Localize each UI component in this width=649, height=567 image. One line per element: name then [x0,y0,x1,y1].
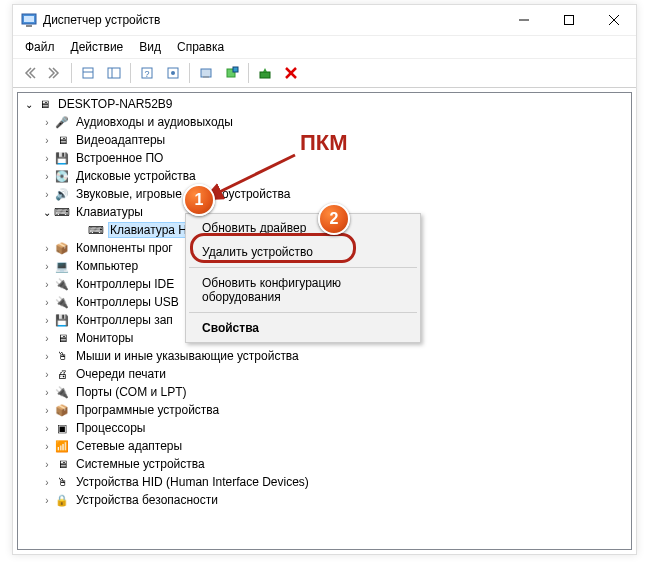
toolbar: ? [13,59,636,88]
device-category[interactable]: ›💽Дисковые устройства [18,167,631,185]
expand-icon[interactable]: › [40,459,54,470]
svg-rect-4 [564,16,573,25]
device-category[interactable]: ›🖨Очереди печати [18,365,631,383]
expand-icon[interactable]: ⌄ [22,99,36,110]
category-icon: ⌨ [54,204,70,220]
tree-root[interactable]: ⌄🖥DESKTOP-NAR52B9 [18,95,631,113]
toolbar-scan-icon[interactable] [220,61,244,85]
toolbar-btn-1[interactable] [76,61,100,85]
computer-icon: 🖥 [36,96,52,112]
category-icon: 💽 [54,168,70,184]
expand-icon[interactable]: › [40,171,54,182]
expand-icon[interactable]: › [40,423,54,434]
close-button[interactable] [591,5,636,35]
toolbar-btn-4[interactable] [161,61,185,85]
expand-icon[interactable]: › [40,405,54,416]
expand-icon[interactable]: › [40,279,54,290]
minimize-button[interactable] [501,5,546,35]
expand-icon[interactable]: › [40,495,54,506]
back-button[interactable] [17,61,41,85]
category-label: Системные устройства [74,457,207,471]
category-label: Клавиатуры [74,205,145,219]
category-icon: 💻 [54,258,70,274]
titlebar: Диспетчер устройств [13,5,636,36]
category-icon: 🖥 [54,456,70,472]
category-label: Компьютер [74,259,140,273]
category-icon: ▣ [54,420,70,436]
category-label: Контроллеры IDE [74,277,176,291]
category-label: Устройства безопасности [74,493,220,507]
expand-icon[interactable]: › [40,297,54,308]
expand-icon[interactable]: › [40,387,54,398]
device-category[interactable]: ›🔒Устройства безопасности [18,491,631,509]
category-icon: 🖱 [54,348,70,364]
svg-rect-7 [83,68,93,78]
toolbar-btn-7[interactable] [253,61,277,85]
expand-icon[interactable]: › [40,261,54,272]
device-category[interactable]: ›🎤Аудиовходы и аудиовыходы [18,113,631,131]
expand-icon[interactable]: ⌄ [40,207,54,218]
device-category[interactable]: ›🔊Звуковые, игровые и видеоустройства [18,185,631,203]
svg-rect-1 [24,16,34,22]
category-icon: 🔌 [54,384,70,400]
forward-button[interactable] [43,61,67,85]
svg-text:?: ? [144,69,149,79]
category-label: Мыши и иные указывающие устройства [74,349,301,363]
device-category[interactable]: ›🖱Мыши и иные указывающие устройства [18,347,631,365]
category-icon: ⌨ [88,222,104,238]
context-menu: Обновить драйвер Удалить устройство Обно… [185,213,421,343]
category-label: Видеоадаптеры [74,133,167,147]
category-icon: 🎤 [54,114,70,130]
category-label: Контроллеры USB [74,295,181,309]
category-icon: 🔊 [54,186,70,202]
maximize-button[interactable] [546,5,591,35]
category-label: Программные устройства [74,403,221,417]
ctx-rescan[interactable]: Обновить конфигурацию оборудования [188,271,418,309]
category-icon: 📶 [54,438,70,454]
category-label: Очереди печати [74,367,168,381]
device-category[interactable]: ›🖥Системные устройства [18,455,631,473]
device-category[interactable]: ›🖱Устройства HID (Human Interface Device… [18,473,631,491]
category-icon: 📦 [54,240,70,256]
menu-file[interactable]: Файл [17,38,63,56]
svg-rect-18 [260,72,270,78]
category-icon: 🔒 [54,492,70,508]
svg-rect-2 [26,25,32,27]
device-category[interactable]: ›📦Программные устройства [18,401,631,419]
menu-help[interactable]: Справка [169,38,232,56]
expand-icon[interactable]: › [40,477,54,488]
category-icon: 🔌 [54,276,70,292]
expand-icon[interactable]: › [40,315,54,326]
expand-icon[interactable]: › [40,441,54,452]
device-category[interactable]: ›💾Встроенное ПО [18,149,631,167]
root-label: DESKTOP-NAR52B9 [56,97,175,111]
expand-icon[interactable]: › [40,189,54,200]
menu-action[interactable]: Действие [63,38,132,56]
expand-icon[interactable]: › [40,117,54,128]
device-category[interactable]: ›🖥Видеоадаптеры [18,131,631,149]
category-label: Аудиовходы и аудиовыходы [74,115,235,129]
expand-icon[interactable]: › [40,369,54,380]
ctx-remove-device[interactable]: Удалить устройство [188,240,418,264]
expand-icon[interactable]: › [40,243,54,254]
expand-icon[interactable]: › [40,333,54,344]
expand-icon[interactable]: › [40,351,54,362]
expand-icon[interactable]: › [40,153,54,164]
device-category[interactable]: ›▣Процессоры [18,419,631,437]
expand-icon[interactable]: › [40,135,54,146]
category-label: Звуковые, игровые и видеоустройства [74,187,292,201]
ctx-update-driver[interactable]: Обновить драйвер [188,216,418,240]
toolbar-help-icon[interactable]: ? [135,61,159,85]
category-label: Устройства HID (Human Interface Devices) [74,475,311,489]
ctx-properties[interactable]: Свойства [188,316,418,340]
device-category[interactable]: ›🔌Порты (COM и LPT) [18,383,631,401]
toolbar-delete-icon[interactable] [279,61,303,85]
menu-view[interactable]: Вид [131,38,169,56]
svg-rect-9 [108,68,120,78]
device-category[interactable]: ›📶Сетевые адаптеры [18,437,631,455]
category-icon: 🖥 [54,132,70,148]
menubar: Файл Действие Вид Справка [13,36,636,59]
toolbar-btn-5[interactable] [194,61,218,85]
category-icon: 🖨 [54,366,70,382]
toolbar-btn-2[interactable] [102,61,126,85]
